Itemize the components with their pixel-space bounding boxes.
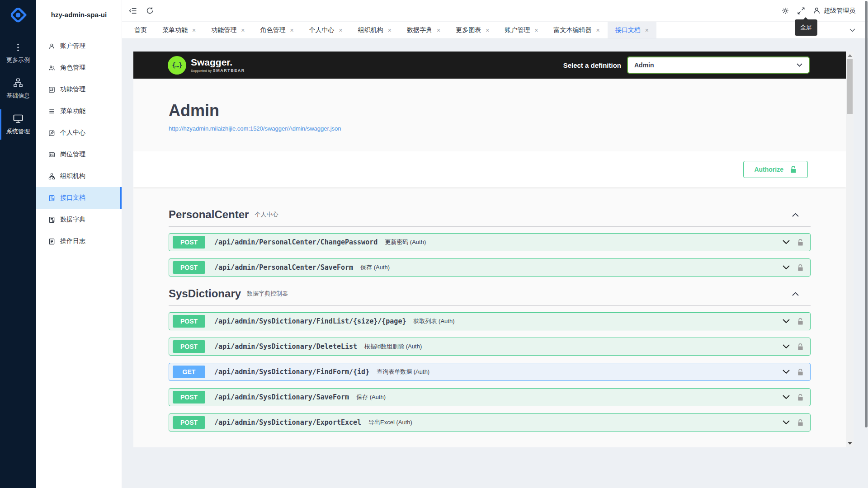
api-title: Admin <box>169 101 811 120</box>
chevron-down-icon[interactable] <box>783 265 790 270</box>
api-sections: PersonalCenter 个人中心 POST /api/admin/Pers… <box>169 188 811 432</box>
sidebar-item-label: 接口文档 <box>60 194 85 202</box>
swagger-scrollbar[interactable] <box>846 52 854 447</box>
tab-rich-text-editor[interactable]: 富文本编辑器 × <box>546 22 608 38</box>
chevron-down-icon[interactable] <box>783 344 790 349</box>
endpoint-row[interactable]: POST /api/admin/SysDictionary/SaveForm 保… <box>169 388 811 406</box>
menu-lines-icon <box>48 108 55 115</box>
tab-close-icon[interactable]: × <box>290 27 293 33</box>
method-badge: POST <box>173 340 205 353</box>
tab-personal-center[interactable]: 个人中心 × <box>302 22 350 38</box>
authorize-button[interactable]: Authorize <box>743 161 808 178</box>
spec-url-link[interactable]: http://hzyadmin.milaizhijie.com:1520/swa… <box>169 125 341 132</box>
sidebar-item-menus[interactable]: 菜单功能 <box>36 100 122 122</box>
swagger-logo-subtext: Supported by SMARTBEAR <box>191 68 245 73</box>
tab-role-management[interactable]: 角色管理 × <box>252 22 301 38</box>
chevron-down-icon[interactable] <box>783 395 790 399</box>
unlock-icon[interactable] <box>797 419 804 427</box>
page-scrollbar[interactable] <box>864 0 868 488</box>
sidebar-item-api-docs[interactable]: 接口文档 <box>36 187 122 209</box>
doc-search-icon <box>48 195 55 202</box>
chevron-up-icon <box>792 213 799 217</box>
tab-close-icon[interactable]: × <box>339 27 343 33</box>
refresh-button[interactable] <box>146 7 154 14</box>
tab-menu-functions[interactable]: 菜单功能 × <box>155 22 203 38</box>
rail-item-basic-info[interactable]: 基础信息 <box>0 71 36 107</box>
user-menu[interactable]: 超级管理员 <box>813 7 855 15</box>
definition-select[interactable]: Admin <box>627 56 810 74</box>
fullscreen-button[interactable] <box>797 7 805 15</box>
endpoint-row[interactable]: POST /api/admin/SysDictionary/ExportExce… <box>169 413 811 432</box>
sidebar-item-roles[interactable]: 角色管理 <box>36 57 122 79</box>
fullscreen-tooltip-text: 全屏 <box>800 24 812 31</box>
endpoint-controls <box>783 239 810 246</box>
method-badge: POST <box>173 416 205 429</box>
endpoint-row[interactable]: POST /api/admin/PersonalCenter/SaveForm … <box>169 258 811 277</box>
tab-api-docs[interactable]: 接口文档 × <box>608 22 656 38</box>
sidebar-item-functions[interactable]: 功能管理 <box>36 79 122 100</box>
tab-home[interactable]: 首页 <box>127 22 155 38</box>
sidebar-item-accounts[interactable]: 账户管理 <box>36 35 122 57</box>
user-icon <box>813 7 821 14</box>
section-header[interactable]: SysDictionary 数据字典控制器 <box>169 287 811 306</box>
tab-dictionary[interactable]: 数据字典 × <box>399 22 448 38</box>
unlock-icon[interactable] <box>797 264 804 272</box>
swagger-scrollbar-thumb[interactable] <box>847 59 853 114</box>
tab-close-icon[interactable]: × <box>486 27 489 33</box>
section-personal-center: PersonalCenter 个人中心 POST /api/admin/Pers… <box>169 208 811 277</box>
endpoint-summary: 保存 (Auth) <box>356 393 386 401</box>
tab-close-icon[interactable]: × <box>241 27 245 33</box>
tab-account-management[interactable]: 账户管理 × <box>497 22 546 38</box>
unlock-icon[interactable] <box>797 343 804 351</box>
app-title: hzy-admin-spa-ui <box>36 0 122 29</box>
tab-organizations[interactable]: 组织机构 × <box>350 22 399 38</box>
unlock-icon[interactable] <box>797 318 804 325</box>
org-chart-icon <box>13 78 23 88</box>
chevron-down-icon[interactable] <box>783 420 790 425</box>
gear-icon <box>781 7 789 15</box>
tab-close-icon[interactable]: × <box>388 27 392 33</box>
page-scrollbar-thumb[interactable] <box>865 1 868 427</box>
section-collapse-button[interactable] <box>792 292 799 296</box>
tab-label: 菜单功能 <box>162 26 188 34</box>
chevron-down-icon[interactable] <box>783 319 790 324</box>
tab-label: 账户管理 <box>505 26 530 34</box>
endpoint-row[interactable]: POST /api/admin/SysDictionary/DeleteList… <box>169 338 811 356</box>
tab-close-icon[interactable]: × <box>192 27 196 33</box>
sidebar-item-operation-logs[interactable]: 操作日志 <box>36 230 122 252</box>
tab-label: 首页 <box>134 26 147 34</box>
menu-fold-icon <box>129 7 137 15</box>
endpoint-row[interactable]: GET /api/admin/SysDictionary/FindForm/{i… <box>169 363 811 381</box>
tab-label: 功能管理 <box>211 26 236 34</box>
swagger-topbar: {…} Swagger. Supported by SMARTBEAR Sele… <box>133 52 846 79</box>
rail-item-system-management[interactable]: 系统管理 <box>0 107 36 142</box>
endpoint-controls <box>783 264 810 272</box>
sidebar-item-positions[interactable]: 岗位管理 <box>36 144 122 165</box>
settings-button[interactable] <box>781 7 789 15</box>
section-collapse-button[interactable] <box>792 213 799 217</box>
tab-close-icon[interactable]: × <box>437 27 440 33</box>
sidebar-item-label: 岗位管理 <box>60 150 85 159</box>
sidebar-item-organizations[interactable]: 组织机构 <box>36 165 122 187</box>
unlock-icon[interactable] <box>797 239 804 246</box>
swagger-panel: {…} Swagger. Supported by SMARTBEAR Sele… <box>133 52 854 447</box>
endpoint-row[interactable]: POST /api/admin/SysDictionary/FindList/{… <box>169 312 811 330</box>
tab-label: 数据字典 <box>407 26 432 34</box>
scroll-up-arrow-icon[interactable] <box>848 54 852 57</box>
endpoint-row[interactable]: POST /api/admin/PersonalCenter/ChangePas… <box>169 233 811 251</box>
section-header[interactable]: PersonalCenter 个人中心 <box>169 208 811 227</box>
tab-function-management[interactable]: 功能管理 × <box>203 22 252 38</box>
tab-more-charts[interactable]: 更多图表 × <box>448 22 497 38</box>
tab-close-icon[interactable]: × <box>645 27 649 33</box>
scroll-down-arrow-icon[interactable] <box>848 442 852 445</box>
tab-close-icon[interactable]: × <box>534 27 538 33</box>
collapse-sidebar-button[interactable] <box>129 7 137 15</box>
sidebar-item-dictionary[interactable]: 数据字典 <box>36 209 122 230</box>
unlock-icon[interactable] <box>797 394 804 401</box>
sidebar-item-personal-center[interactable]: 个人中心 <box>36 122 122 144</box>
rail-item-more-examples[interactable]: 更多示例 <box>0 36 36 71</box>
tab-close-icon[interactable]: × <box>596 27 600 33</box>
chevron-down-icon[interactable] <box>783 240 790 244</box>
unlock-icon[interactable] <box>797 368 804 376</box>
chevron-down-icon[interactable] <box>783 370 790 374</box>
